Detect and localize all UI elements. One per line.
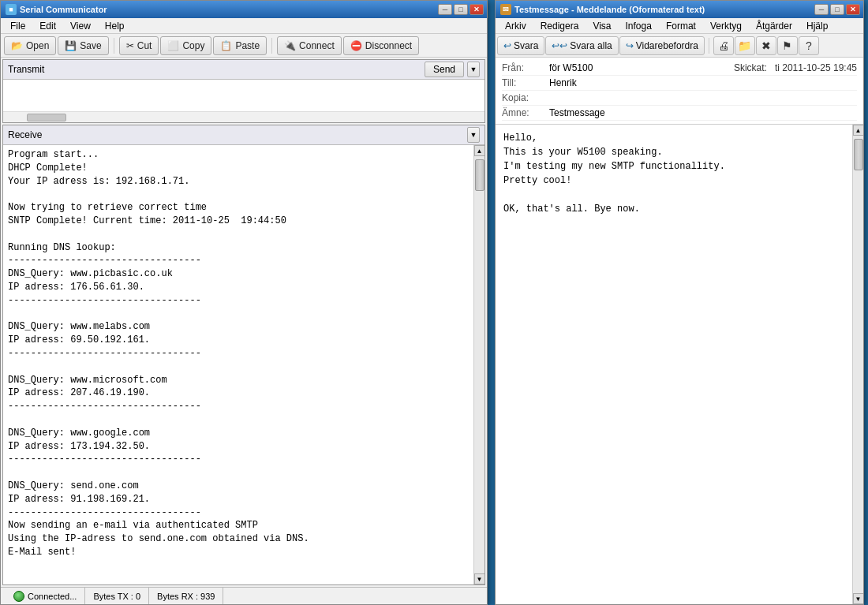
transmit-controls: Send ▼ — [425, 62, 480, 77]
paste-button[interactable]: 📋 Paste — [213, 36, 267, 55]
serial-title-text: Serial Communicator — [20, 5, 107, 14]
print-icon: 🖨 — [718, 39, 729, 52]
cut-button[interactable]: ✂ Cut — [119, 36, 159, 55]
email-menubar: Arkiv Redigera Visa Infoga Format Verkty… — [496, 18, 863, 34]
receive-body: Program start... DHCP Complete! Your IP … — [3, 145, 485, 584]
email-menu-format[interactable]: Format — [660, 19, 702, 33]
open-icon: 📂 — [11, 40, 23, 51]
transmit-header: Transmit Send ▼ — [3, 60, 485, 80]
delete-icon: ✖ — [761, 39, 771, 52]
serial-titlebar: ■ Serial Communicator ─ □ ✕ — [1, 1, 487, 18]
print-button[interactable]: 🖨 — [713, 36, 734, 55]
toolbar-sep-1 — [114, 38, 114, 54]
send-dropdown-btn[interactable]: ▼ — [467, 62, 480, 77]
flag-icon: ⚑ — [782, 39, 792, 52]
scroll-thumb — [475, 159, 485, 191]
scroll-down-arrow[interactable]: ▼ — [474, 573, 485, 584]
serial-menu-view[interactable]: View — [64, 19, 97, 33]
email-scroll-down[interactable]: ▼ — [853, 593, 864, 604]
email-titlebar: ✉ Testmessage - Meddelande (Oformaterad … — [496, 1, 863, 18]
save-button[interactable]: 💾 Save — [58, 36, 108, 55]
copy-button[interactable]: ⬜ Copy — [160, 36, 211, 55]
forward-button[interactable]: ↪ Vidarebefordra — [619, 36, 705, 55]
email-menu-arkiv[interactable]: Arkiv — [499, 19, 533, 33]
reply-icon: ↩ — [503, 40, 511, 51]
open-button[interactable]: 📂 Open — [4, 36, 56, 55]
serial-maximize-btn[interactable]: □ — [454, 4, 468, 15]
email-close-btn[interactable]: ✕ — [846, 4, 860, 15]
email-title-left: ✉ Testmessage - Meddelande (Oformaterad … — [500, 4, 705, 15]
from-label: Från: — [502, 62, 549, 73]
transmit-scrollbar[interactable] — [3, 111, 485, 122]
serial-menu-file[interactable]: File — [4, 19, 32, 33]
email-title-text: Testmessage - Meddelande (Oformaterad te… — [514, 5, 705, 14]
email-scrollbar-v[interactable]: ▲ ▼ — [852, 125, 863, 604]
serial-menu-help[interactable]: Help — [99, 19, 131, 33]
connected-indicator — [13, 591, 24, 602]
email-menu-redigera[interactable]: Redigera — [534, 19, 586, 33]
scroll-track[interactable] — [474, 156, 485, 573]
email-menu-atgarder[interactable]: Åtgärder — [750, 19, 799, 33]
sent-value: ti 2011-10-25 19:45 — [775, 62, 857, 73]
connect-icon: 🔌 — [284, 40, 296, 51]
from-value: för W5100 — [549, 62, 593, 73]
serial-communicator-window: ■ Serial Communicator ─ □ ✕ File Edit Vi… — [0, 0, 488, 605]
send-button[interactable]: Send — [425, 62, 464, 77]
serial-menu-edit[interactable]: Edit — [33, 19, 62, 33]
receive-content: Program start... DHCP Complete! Your IP … — [3, 145, 473, 584]
connect-button[interactable]: 🔌 Connect — [277, 36, 342, 55]
serial-minimize-btn[interactable]: ─ — [438, 4, 452, 15]
serial-title-controls: ─ □ ✕ — [438, 4, 484, 15]
email-menu-visa[interactable]: Visa — [586, 19, 617, 33]
email-menu-verktyg[interactable]: Verktyg — [704, 19, 748, 33]
help-button[interactable]: ? — [799, 36, 819, 55]
email-minimize-btn[interactable]: ─ — [814, 4, 829, 15]
help-icon: ? — [806, 39, 812, 52]
receive-dropdown-btn[interactable]: ▼ — [467, 127, 480, 143]
email-window: ✉ Testmessage - Meddelande (Oformaterad … — [495, 0, 864, 605]
transmit-label: Transmit — [8, 64, 44, 75]
transmit-scroll-thumb — [27, 114, 66, 121]
transmit-panel: Transmit Send ▼ — [2, 59, 485, 123]
serial-close-btn[interactable]: ✕ — [470, 4, 484, 15]
connection-status: Connected... — [6, 588, 85, 604]
move-icon: 📁 — [738, 39, 751, 52]
reply-all-button[interactable]: ↩↩ Svara alla — [545, 36, 618, 55]
serial-title-left: ■ Serial Communicator — [6, 4, 107, 15]
email-menu-hjalp[interactable]: Hjälp — [800, 19, 834, 33]
disconnect-button[interactable]: ⛔ Disconnect — [343, 36, 419, 55]
email-maximize-btn[interactable]: □ — [830, 4, 844, 15]
serial-app-icon: ■ — [6, 4, 17, 15]
flag-button[interactable]: ⚑ — [777, 36, 798, 55]
email-menu-infoga[interactable]: Infoga — [619, 19, 658, 33]
email-body-container: Hello, This is your W5100 speaking. I'm … — [496, 125, 863, 604]
serial-toolbar: 📂 Open 💾 Save ✂ Cut ⬜ Copy 📋 Paste 🔌 Con… — [1, 34, 487, 58]
cc-row: Kopia: — [502, 91, 857, 106]
move-button[interactable]: 📁 — [735, 36, 755, 55]
connected-text: Connected... — [28, 592, 77, 601]
subject-value: Testmessage — [549, 107, 605, 118]
email-scroll-up[interactable]: ▲ — [853, 125, 864, 136]
scroll-up-arrow[interactable]: ▲ — [474, 145, 485, 156]
subject-row: Ämne: Testmessage — [502, 106, 857, 121]
email-content: Från: för W5100 Skickat: ti 2011-10-25 1… — [496, 58, 863, 604]
receive-header: Receive ▼ — [3, 125, 485, 145]
reply-button[interactable]: ↩ Svara — [497, 36, 544, 55]
delete-button[interactable]: ✖ — [756, 36, 776, 55]
disconnect-icon: ⛔ — [350, 40, 362, 51]
email-scroll-track[interactable] — [853, 136, 864, 593]
paste-icon: 📋 — [220, 40, 232, 51]
save-icon: 💾 — [65, 40, 77, 51]
transmit-input[interactable] — [5, 81, 483, 110]
email-body: Hello, This is your W5100 speaking. I'm … — [496, 125, 852, 604]
subject-label: Ämne: — [502, 107, 549, 118]
receive-scrollbar-v[interactable]: ▲ ▼ — [473, 145, 485, 584]
cut-icon: ✂ — [126, 40, 134, 51]
email-toolbar: ↩ Svara ↩↩ Svara alla ↪ Vidarebefordra 🖨… — [496, 34, 863, 58]
serial-statusbar: Connected... Bytes TX : 0 Bytes RX : 939 — [1, 587, 487, 604]
serial-menubar: File Edit View Help — [1, 18, 487, 34]
transmit-input-area — [3, 80, 485, 111]
receive-panel: Receive ▼ Program start... DHCP Complete… — [2, 125, 485, 585]
sent-label-text: Skickat: ti 2011-10-25 19:45 — [734, 62, 857, 73]
copy-icon: ⬜ — [167, 40, 179, 51]
